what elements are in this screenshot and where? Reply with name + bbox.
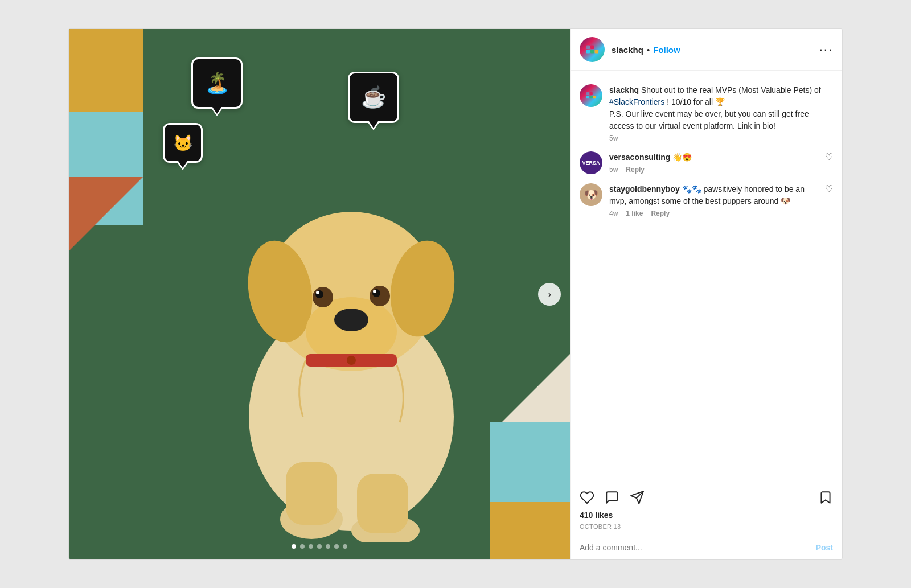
svg-point-5	[334, 309, 368, 331]
svg-rect-21	[595, 50, 599, 54]
caption-hashtag[interactable]: #SlackFrontiers	[609, 97, 664, 106]
dog-image	[192, 75, 511, 542]
svg-rect-22	[590, 46, 594, 50]
comment-1-reply-button[interactable]: Reply	[626, 166, 645, 174]
carousel-dot-6[interactable]	[334, 544, 339, 549]
svg-rect-26	[593, 96, 596, 98]
svg-rect-18	[586, 50, 590, 54]
carousel-dot-4[interactable]	[317, 544, 322, 549]
comment-1-avatar: VERSA	[580, 151, 602, 174]
dot-separator: •	[647, 45, 650, 55]
post-date: OCTOBER 13	[571, 522, 842, 536]
svg-rect-27	[590, 92, 593, 95]
comment-2-like-button[interactable]: ♡	[825, 183, 833, 194]
comment-2-text: staygoldbennyboy 🐾🐾 pawsitively honored …	[609, 183, 818, 207]
carousel-dot-5[interactable]	[326, 544, 330, 549]
svg-rect-24	[586, 92, 589, 95]
comment-input[interactable]	[580, 543, 816, 552]
svg-rect-17	[357, 474, 408, 533]
post-image-section: 🏝️ ☕ 🐱	[69, 29, 570, 559]
comment-1-like-button[interactable]: ♡	[825, 151, 833, 162]
header-info: slackhq • Follow	[612, 45, 819, 55]
shape-triangle-brown	[69, 177, 143, 251]
carousel-dots	[292, 544, 347, 549]
actions-row	[571, 484, 842, 508]
carousel-dot-3[interactable]	[309, 544, 313, 549]
svg-point-11	[373, 290, 376, 293]
comment-1-meta: 5w Reply	[609, 166, 818, 174]
more-options-button[interactable]: ···	[819, 42, 833, 57]
carousel-dot-1[interactable]	[292, 544, 296, 549]
comment-2-username[interactable]: staygoldbennyboy	[609, 184, 680, 194]
caption-avatar	[580, 84, 602, 107]
comment-2-avatar: 🐶	[580, 183, 602, 206]
share-button[interactable]	[630, 490, 645, 505]
poster-avatar	[580, 37, 605, 62]
comment-2-meta: 4w 1 like Reply	[609, 209, 818, 217]
svg-point-6	[313, 287, 333, 307]
svg-point-13	[347, 356, 356, 365]
follow-button[interactable]: Follow	[653, 45, 680, 55]
comment-1-time: 5w	[609, 166, 618, 174]
caption-time: 5w	[609, 134, 618, 142]
poster-username[interactable]: slackhq	[612, 45, 643, 55]
likes-count: 410 likes	[571, 508, 842, 522]
comment-2-time: 4w	[609, 209, 618, 217]
post-sidebar: slackhq • Follow ···	[570, 29, 842, 559]
post-caption: slackhq Shout out to the real MVPs (Most…	[571, 80, 842, 147]
caption-text: slackhq Shout out to the real MVPs (Most…	[609, 84, 833, 132]
caption-body: slackhq Shout out to the real MVPs (Most…	[609, 84, 833, 142]
svg-rect-16	[286, 462, 337, 525]
bookmark-button[interactable]	[818, 490, 833, 505]
like-button[interactable]	[580, 490, 594, 505]
comment-1-body: versaconsulting 👋😍 5w Reply	[609, 151, 818, 174]
comment-1-username[interactable]: versaconsulting	[609, 153, 670, 162]
svg-point-10	[316, 291, 319, 294]
svg-rect-20	[590, 50, 594, 54]
comment-2-body: staygoldbennyboy 🐾🐾 pawsitively honored …	[609, 183, 818, 217]
carousel-dot-7[interactable]	[343, 544, 347, 549]
comment-1: VERSA versaconsulting 👋😍 5w Reply ♡	[571, 147, 842, 179]
caption-username[interactable]: slackhq	[609, 85, 639, 94]
svg-rect-19	[586, 46, 590, 50]
add-comment-row: Post	[571, 536, 842, 559]
comment-2-likes: 1 like	[626, 209, 643, 217]
post-comment-button[interactable]: Post	[816, 543, 833, 552]
caption-text-before: Shout out to the real MVPs (Most Valuabl…	[641, 85, 821, 94]
post-header: slackhq • Follow ···	[571, 29, 842, 71]
svg-point-7	[370, 286, 390, 306]
comment-2: 🐶 staygoldbennyboy 🐾🐾 pawsitively honore…	[571, 179, 842, 222]
carousel-dot-2[interactable]	[300, 544, 305, 549]
next-arrow-button[interactable]: ›	[538, 283, 561, 306]
comments-area: slackhq Shout out to the real MVPs (Most…	[571, 71, 842, 484]
caption-meta: 5w	[609, 134, 833, 142]
shape-yellow-top	[69, 29, 143, 112]
svg-rect-25	[590, 96, 593, 98]
svg-rect-23	[586, 96, 589, 98]
comment-button[interactable]	[605, 490, 619, 505]
comment-2-reply-button[interactable]: Reply	[651, 209, 670, 217]
comment-1-text: versaconsulting 👋😍	[609, 151, 818, 163]
action-icons	[580, 490, 833, 505]
